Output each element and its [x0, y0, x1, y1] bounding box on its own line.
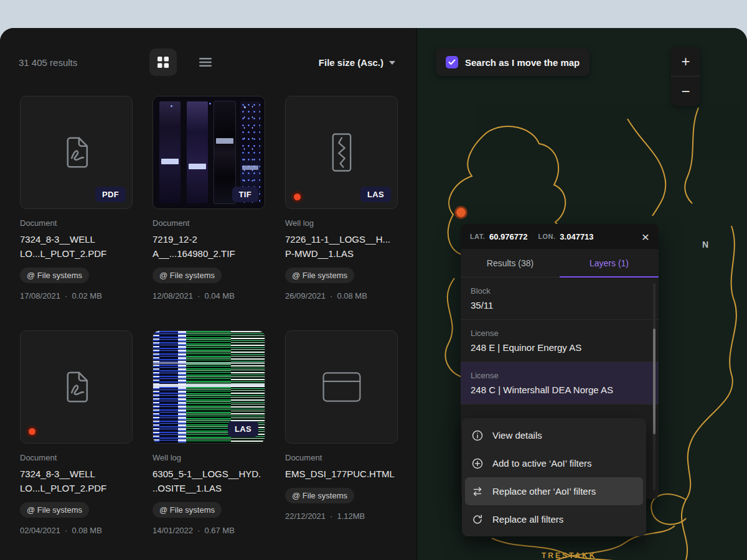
menu-item-replace-other-filters[interactable]: Replace other ‘AoI’ filters [465, 477, 643, 505]
file-thumbnail[interactable]: LAS [285, 96, 398, 209]
file-title: 7226_11-1__LOGS__H... P-MWD__1.LAS [285, 232, 398, 261]
menu-item-label: Replace all filters [492, 514, 563, 525]
file-card[interactable]: Document EMS_DSI_177PUC.HTML @ File syst… [285, 330, 398, 535]
file-title: 7324_8-3__WELL LO...L_PLOT_2.PDF [20, 232, 133, 261]
popup-scrollbar-track[interactable] [653, 283, 655, 490]
file-title: EMS_DSI_177PUC.HTML [285, 467, 398, 481]
log-band [153, 362, 265, 364]
map[interactable]: TRESTAKK N Search as I move the map + − … [417, 28, 747, 560]
menu-item-label: Add to active ‘AoI’ filters [492, 458, 592, 469]
layer-info-row[interactable]: License 248 E | Equinor Energy AS [461, 320, 659, 362]
file-title: 6305_5-1__LOGS__HYD. ..OSITE__1.LAS [153, 467, 265, 495]
map-place-label: TRESTAKK [542, 551, 596, 560]
layer-info-row-selected[interactable]: License 248 C | Wintershall DEA Norge AS [461, 362, 659, 404]
list-view-button[interactable] [192, 49, 219, 76]
file-source-tag: @ File systems [153, 502, 222, 518]
search-toggle-label: Search as I move the map [465, 57, 580, 68]
search-as-move-toggle[interactable]: Search as I move the map [436, 49, 590, 76]
file-thumbnail[interactable] [285, 330, 398, 444]
context-menu: View details Add to active ‘AoI’ filters [462, 418, 646, 536]
lat-value: 60.976772 [489, 232, 527, 241]
file-size: 0.08 MB [72, 526, 101, 535]
meta-separator: · [330, 511, 332, 521]
popup-tabs: Results (38) Layers (1) [461, 249, 659, 278]
file-thumbnail[interactable]: TIF [153, 96, 265, 209]
file-type-badge: TIF [232, 187, 258, 202]
log-band [153, 384, 265, 387]
results-header: 31 405 results [19, 49, 395, 76]
status-indicator-dot [294, 194, 301, 200]
status-indicator-dot [29, 428, 35, 435]
file-card[interactable]: PDF Document 7324_8-3__WELL LO...L_PLOT_… [20, 96, 133, 301]
row-label: Block [471, 286, 649, 296]
menu-item-label: View details [492, 430, 542, 441]
zoom-out-button[interactable]: − [671, 77, 700, 106]
menu-item-add-to-filters[interactable]: Add to active ‘AoI’ filters [462, 449, 646, 477]
swap-icon [471, 485, 484, 498]
log-track-preview [178, 331, 186, 443]
screen: 31 405 results [0, 0, 747, 560]
row-value: 35/11 [471, 300, 649, 310]
log-track-preview [153, 331, 159, 443]
menu-item-replace-all-filters[interactable]: Replace all filters [462, 505, 646, 533]
tab-layers[interactable]: Layers (1) [560, 249, 659, 277]
grid-icon [157, 57, 169, 68]
file-category: Well log [153, 453, 265, 462]
file-category: Document [20, 453, 133, 462]
file-card[interactable]: TIF Document 7219_12-2 A__...164980_2.TI… [153, 96, 265, 301]
sort-dropdown[interactable]: File size (Asc.) [319, 57, 395, 68]
chevron-down-icon [389, 61, 395, 65]
file-category: Well log [285, 218, 398, 228]
tab-results[interactable]: Results (38) [461, 249, 560, 277]
sort-label: File size (Asc.) [319, 57, 383, 68]
meta-separator: · [197, 291, 200, 301]
meta-separator: · [197, 526, 200, 535]
map-marker[interactable] [456, 208, 466, 217]
file-card[interactable]: Document 7324_8-3__WELL LO...L_PLOT_2.PD… [20, 330, 133, 535]
row-value: 248 E | Equinor Energy AS [471, 342, 649, 353]
results-panel: 31 405 results [0, 28, 417, 560]
menu-item-view-details[interactable]: View details [462, 421, 646, 449]
file-card[interactable]: LAS Well log 6305_5-1__LOGS__HYD. ..OSIT… [153, 330, 265, 535]
file-category: Document [153, 218, 265, 228]
checkbox-checked-icon[interactable] [446, 56, 458, 68]
file-source-tag: @ File systems [20, 502, 89, 518]
map-partial-label: N [702, 240, 708, 250]
pdf-file-icon [57, 133, 96, 172]
file-source-tag: @ File systems [20, 268, 89, 283]
web-file-icon [322, 371, 362, 403]
well-log-icon [326, 132, 358, 173]
file-category: Document [285, 453, 398, 462]
file-thumbnail[interactable]: PDF [20, 96, 133, 209]
list-icon [199, 57, 212, 67]
file-thumbnail[interactable]: LAS [153, 330, 265, 444]
zoom-in-button[interactable]: + [671, 47, 700, 76]
file-meta: 17/08/2021 · 0.02 MB [20, 291, 133, 301]
layer-info-row[interactable]: Block 35/11 [461, 278, 659, 320]
file-card[interactable]: LAS Well log 7226_11-1__LOGS__H... P-MWD… [285, 96, 398, 301]
close-icon[interactable]: × [642, 230, 649, 243]
log-track-preview [159, 331, 178, 443]
file-title: 7219_12-2 A__...164980_2.TIF [153, 232, 265, 261]
file-size: 1.12MB [337, 511, 365, 521]
row-label: License [471, 371, 649, 380]
lon-value: 3.047713 [560, 232, 593, 241]
file-source-tag: @ File systems [285, 268, 354, 283]
file-date: 02/04/2021 [20, 526, 60, 535]
file-size: 0.04 MB [204, 291, 234, 301]
popup-header: LAT. 60.976772 LON. 3.047713 × [461, 224, 659, 249]
meta-separator: · [330, 291, 332, 301]
file-date: 22/12/2021 [285, 511, 326, 521]
grid-view-button[interactable] [149, 49, 177, 76]
popup-scrollbar-thumb[interactable] [653, 329, 655, 434]
file-meta: 22/12/2021 · 1.12MB [285, 511, 398, 521]
file-size: 0.02 MB [72, 291, 101, 301]
tif-strip-preview [159, 101, 181, 203]
results-grid: PDF Document 7324_8-3__WELL LO...L_PLOT_… [20, 96, 416, 535]
meta-separator: · [65, 291, 67, 301]
file-thumbnail[interactable] [20, 330, 133, 444]
tif-strip-preview [187, 101, 208, 203]
app-window: 31 405 results [0, 28, 747, 560]
file-source-tag: @ File systems [285, 488, 354, 503]
row-label: License [471, 329, 649, 338]
